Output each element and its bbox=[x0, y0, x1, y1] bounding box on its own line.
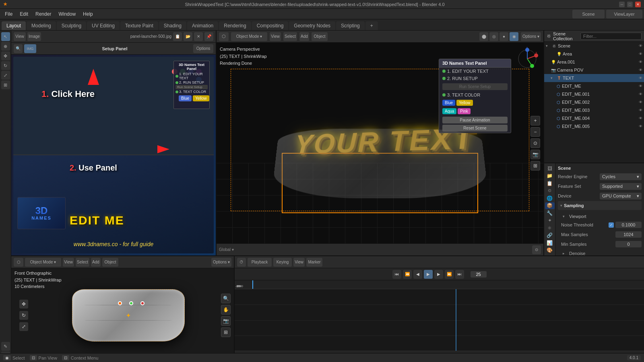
vp-mins-value[interactable]: 0 bbox=[615, 241, 642, 247]
outliner-editme-001[interactable]: ⬡ EDIT_ME.001 👁 bbox=[544, 90, 644, 98]
tl-keying-btn[interactable]: Keying bbox=[273, 258, 292, 267]
outliner-text[interactable]: ▾ T TEXT 👁 bbox=[544, 74, 644, 82]
tl-jump-start[interactable]: ⏮ bbox=[392, 270, 401, 279]
outliner-camera[interactable]: 📷 Camera POV 👁 bbox=[544, 66, 644, 74]
outliner-area[interactable]: 💡 Area 👁 bbox=[544, 50, 644, 58]
vp-focus[interactable]: ⊙ bbox=[530, 138, 540, 148]
iv-close-icon[interactable]: ✕ bbox=[194, 32, 203, 41]
tab-layout[interactable]: Layout bbox=[2, 21, 26, 30]
pp-constraints-icon[interactable]: 🔗 bbox=[545, 232, 555, 239]
outliner-editme-005[interactable]: ⬡ EDIT_ME.005 👁 bbox=[544, 122, 644, 130]
pp-particles-icon[interactable]: ✦ bbox=[545, 217, 555, 224]
vp-nt-check[interactable]: ✓ bbox=[609, 222, 614, 228]
ol-eye-10[interactable]: 👁 bbox=[639, 116, 642, 120]
feature-set-dropdown[interactable]: Supported ▾ bbox=[600, 183, 642, 190]
vp-camera-view[interactable]: 📷 bbox=[530, 150, 540, 159]
menu-file[interactable]: File bbox=[2, 10, 16, 18]
tool-cursor[interactable]: ⊕ bbox=[1, 42, 10, 51]
iv-image-btn[interactable]: Image bbox=[27, 32, 41, 41]
np-color-blue[interactable]: Blue bbox=[442, 100, 455, 106]
iv-mode-icon[interactable]: IMG bbox=[24, 44, 36, 53]
ol-eye-1[interactable]: 👁 bbox=[639, 44, 642, 48]
fv-gizmo-move[interactable]: ✥ bbox=[19, 300, 28, 309]
pp-object-icon[interactable]: 📦 bbox=[545, 202, 555, 210]
tab-modeling[interactable]: Modeling bbox=[27, 21, 56, 30]
fv-grid-icon[interactable]: ⊞ bbox=[221, 327, 231, 337]
outliner-editme[interactable]: ⬡ EDIT_ME 👁 bbox=[544, 82, 644, 90]
fv-object-mode[interactable]: Object Mode ▾ bbox=[25, 258, 61, 267]
ol-eye-4[interactable]: 👁 bbox=[639, 68, 642, 72]
vp-grid[interactable]: ⊞ bbox=[530, 161, 540, 171]
vp-object-mode[interactable]: Object Mode ▾ bbox=[231, 32, 267, 41]
np-color-pink[interactable]: Pink bbox=[458, 108, 470, 114]
sampling-header[interactable]: ▾ Sampling bbox=[558, 201, 642, 210]
tl-play-pause[interactable]: ▶ bbox=[424, 270, 433, 279]
tool-rotate[interactable]: ↻ bbox=[1, 61, 10, 70]
menu-render[interactable]: Render bbox=[32, 10, 54, 18]
tl-current-frame[interactable]: 25 bbox=[471, 271, 487, 278]
vp-add-menu[interactable]: Add bbox=[299, 32, 309, 41]
tab-texture-paint[interactable]: Texture Paint bbox=[120, 21, 158, 30]
ol-eye-5[interactable]: 👁 bbox=[639, 76, 642, 80]
vp-viewport-rendered[interactable]: ● bbox=[500, 32, 508, 41]
tab-animation[interactable]: Animation bbox=[187, 21, 218, 30]
np-color-yellow[interactable]: Yellow bbox=[456, 100, 473, 106]
outliner-area-001[interactable]: 💡 Area.001 👁 bbox=[544, 58, 644, 66]
vp-object-menu[interactable]: Object bbox=[312, 32, 328, 41]
tab-geometry-nodes[interactable]: Geometry Nodes bbox=[289, 21, 335, 30]
color-yellow[interactable]: Yellow bbox=[193, 95, 209, 101]
pp-scene-icon[interactable]: ⛭ bbox=[545, 187, 555, 195]
tl-marker-btn[interactable]: Marker bbox=[306, 258, 322, 267]
vp-zoom-out[interactable]: − bbox=[530, 127, 540, 137]
panel-run-btn[interactable]: Run Scene Setup bbox=[175, 85, 208, 89]
tab-sculpting[interactable]: Sculpting bbox=[57, 21, 86, 30]
fv-object-btn[interactable]: Object bbox=[102, 258, 118, 267]
vp-ms-value[interactable]: 1024 bbox=[615, 231, 642, 238]
fv-options-btn[interactable]: Options ▾ bbox=[211, 258, 231, 267]
tl-content[interactable] bbox=[235, 289, 644, 351]
np-step2-row[interactable]: 2. RUN SETUP bbox=[439, 75, 511, 82]
tool-transform[interactable]: ⊞ bbox=[1, 80, 10, 89]
tab-scripting[interactable]: Scripting bbox=[336, 21, 365, 30]
tl-prev-keyframe[interactable]: ◀ bbox=[413, 270, 422, 279]
iv-zoom-icon[interactable]: 🔍 bbox=[14, 44, 23, 53]
ol-eye-2[interactable]: 👁 bbox=[639, 52, 642, 56]
iv-open-icon[interactable]: 📂 bbox=[184, 32, 192, 41]
tab-shading[interactable]: Shading bbox=[159, 21, 186, 30]
iv-view-btn[interactable]: View bbox=[14, 32, 26, 41]
tl-playback-btn[interactable]: Playback bbox=[248, 258, 272, 267]
ol-eye-8[interactable]: 👁 bbox=[639, 100, 642, 104]
tool-select[interactable]: ↖ bbox=[1, 32, 10, 41]
pp-physics-icon[interactable]: ⚛ bbox=[545, 224, 555, 232]
ol-eye-6[interactable]: 👁 bbox=[639, 84, 642, 88]
menu-help[interactable]: Help bbox=[80, 10, 96, 18]
np-step1-row[interactable]: 1. EDIT YOUR TEXT bbox=[439, 68, 511, 75]
maximize-button[interactable]: □ bbox=[627, 2, 633, 7]
tool-move[interactable]: ✥ bbox=[1, 51, 10, 60]
vp-canvas[interactable]: Camera Perspective (25) TEXT | ShrinkWra… bbox=[217, 43, 543, 243]
viewlayer-selector[interactable]: ViewLayer bbox=[606, 10, 642, 19]
outliner-editme-003[interactable]: ⬡ EDIT_ME.003 👁 bbox=[544, 106, 644, 114]
vp-options-btn[interactable]: Options ▾ bbox=[521, 32, 541, 41]
np-step3-row[interactable]: 3. TEXT COLOR bbox=[439, 91, 511, 99]
menu-edit[interactable]: Edit bbox=[17, 10, 31, 18]
iv-slot-icon[interactable]: 📋 bbox=[173, 32, 182, 41]
vp-snap-btn[interactable]: ⊙ bbox=[532, 245, 541, 254]
color-blue[interactable]: Blue bbox=[179, 95, 192, 101]
ol-eye-9[interactable]: 👁 bbox=[639, 108, 642, 112]
vp-view-menu[interactable]: View bbox=[270, 32, 281, 41]
tab-uv-editing[interactable]: UV Editing bbox=[87, 21, 120, 30]
pp-viewlayer-icon[interactable]: 📋 bbox=[545, 180, 555, 187]
tab-compositing[interactable]: Compositing bbox=[252, 21, 289, 30]
fv-canvas[interactable]: Front Orthographic (25) TEXT | ShrinkWra… bbox=[11, 268, 234, 362]
pp-data-icon[interactable]: 📊 bbox=[545, 239, 555, 247]
pp-world-icon[interactable]: 🌐 bbox=[545, 195, 555, 202]
ol-eye-7[interactable]: 👁 bbox=[639, 92, 642, 96]
tool-scale[interactable]: ⤢ bbox=[1, 71, 10, 80]
fv-hand-icon[interactable]: ✋ bbox=[221, 305, 231, 315]
iv-pin-icon[interactable]: 📌 bbox=[204, 32, 213, 41]
fv-view-btn[interactable]: View bbox=[63, 258, 74, 267]
np-run-setup-btn[interactable]: Run Scene Setup bbox=[442, 83, 508, 90]
vp-viewport-solid[interactable]: ⬤ bbox=[479, 32, 488, 41]
vp-zoom-in[interactable]: + bbox=[530, 116, 540, 125]
